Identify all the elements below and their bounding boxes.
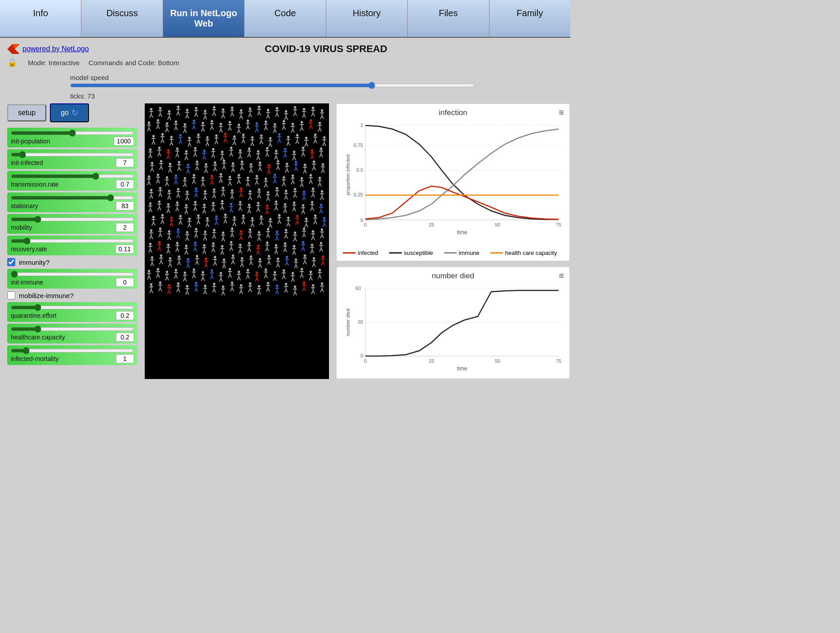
number-died-chart: number died ≡ 0 30 60 0 25 bbox=[336, 267, 570, 379]
slider-stationary: stationary 83 bbox=[7, 192, 138, 212]
go-button[interactable]: go ↻ bbox=[50, 103, 89, 122]
susceptible-line bbox=[389, 252, 402, 254]
svg-text:75: 75 bbox=[556, 222, 561, 227]
svg-text:1: 1 bbox=[360, 122, 363, 128]
tab-info[interactable]: Info bbox=[0, 0, 81, 37]
tab-files[interactable]: Files bbox=[408, 0, 489, 37]
svg-point-7 bbox=[146, 103, 148, 106]
svg-line-6 bbox=[147, 111, 149, 114]
mode-label: Mode: Interactive bbox=[28, 59, 80, 67]
slider-init-population: init-population 1000 bbox=[7, 128, 138, 147]
svg-text:25: 25 bbox=[429, 222, 434, 227]
go-label: go bbox=[61, 109, 69, 117]
svg-text:60: 60 bbox=[356, 285, 361, 291]
svg-line-15 bbox=[145, 111, 147, 114]
speed-slider[interactable] bbox=[70, 82, 475, 89]
healthcare-capacity-slider[interactable] bbox=[11, 325, 134, 333]
slider-init-immune: init-immune 0 bbox=[7, 269, 138, 289]
immune-line bbox=[444, 252, 457, 254]
simulation-canvas bbox=[145, 103, 329, 379]
quarantine-effort-slider[interactable] bbox=[11, 304, 134, 311]
init-infected-slider[interactable] bbox=[11, 151, 134, 158]
speed-label: model speed bbox=[70, 74, 563, 81]
netlogo-icon bbox=[7, 44, 20, 54]
svg-text:30: 30 bbox=[358, 319, 363, 325]
tab-family[interactable]: Family bbox=[489, 0, 570, 37]
svg-text:0: 0 bbox=[360, 218, 363, 223]
svg-text:50: 50 bbox=[495, 358, 500, 364]
ticks-label: ticks: 73 bbox=[7, 92, 563, 100]
svg-line-5 bbox=[145, 111, 147, 114]
svg-text:number died: number died bbox=[345, 308, 351, 336]
tab-code[interactable]: Code bbox=[244, 0, 326, 37]
slider-recovery-rate: recovery.rate 0.11 bbox=[7, 236, 138, 255]
svg-point-12 bbox=[146, 103, 148, 106]
transmission-rate-slider[interactable] bbox=[11, 173, 134, 180]
svg-line-11 bbox=[147, 111, 149, 114]
legend-susceptible: susceptible bbox=[389, 250, 433, 256]
netlogo-link[interactable]: powered by NetLogo bbox=[7, 44, 89, 54]
died-chart-title: number died bbox=[343, 272, 563, 281]
page-title: COVID-19 VIRUS SPREAD bbox=[89, 43, 563, 55]
mobilize-label: mobilize-immune? bbox=[19, 292, 74, 299]
go-spinner-icon: ↻ bbox=[71, 108, 78, 118]
slider-init-infected: init-infected 7 bbox=[7, 149, 138, 169]
svg-text:time: time bbox=[457, 366, 467, 372]
slider-transmission-rate: transmission.rate 0.7 bbox=[7, 171, 138, 191]
recovery-rate-slider[interactable] bbox=[11, 237, 134, 245]
svg-line-16 bbox=[147, 111, 149, 114]
init-immune-slider[interactable] bbox=[11, 271, 134, 278]
infection-chart-svg: 0 0.25 0.5 0.75 1 0 25 50 75 time propor… bbox=[343, 121, 563, 247]
svg-text:50: 50 bbox=[495, 222, 500, 227]
slider-mobility: mobility 2 bbox=[7, 214, 138, 234]
slider-healthcare-capacity: healthcare.capacity 0.2 bbox=[7, 324, 138, 343]
mobilize-checkbox-row: mobilize-immune? bbox=[7, 291, 138, 299]
legend-immune: immune bbox=[444, 250, 480, 256]
svg-text:0: 0 bbox=[364, 358, 367, 364]
tab-run-netlogo-web[interactable]: Run in NetLogo Web bbox=[163, 0, 244, 37]
commands-label: Commands and Code: Bottom bbox=[89, 59, 179, 67]
legend-healthcare-capacity: health care capacity bbox=[490, 250, 557, 256]
svg-text:0.75: 0.75 bbox=[354, 143, 363, 148]
slider-infected-mortality: infected-mortality 1 bbox=[7, 345, 138, 365]
netlogo-text: powered by NetLogo bbox=[22, 45, 89, 53]
init-population-slider[interactable] bbox=[11, 129, 134, 137]
svg-point-2 bbox=[146, 103, 148, 106]
svg-text:0: 0 bbox=[364, 222, 367, 227]
infection-chart-title: infection bbox=[343, 108, 563, 117]
infected-line bbox=[343, 252, 356, 254]
simulation-svg bbox=[145, 103, 329, 379]
mobilize-checkbox[interactable] bbox=[7, 291, 15, 299]
slider-quarantine-effort: quarantine.effort 0.2 bbox=[7, 302, 138, 322]
svg-text:0.25: 0.25 bbox=[354, 192, 363, 197]
lock-icon: 🔒 bbox=[7, 58, 17, 67]
died-chart-menu[interactable]: ≡ bbox=[559, 271, 564, 281]
infected-mortality-slider[interactable] bbox=[11, 347, 134, 354]
setup-button[interactable]: setup bbox=[7, 104, 46, 121]
nav-tabs: Info Discuss Run in NetLogo Web Code His… bbox=[0, 0, 570, 38]
immunity-label: immunity? bbox=[19, 259, 49, 266]
svg-text:25: 25 bbox=[429, 358, 434, 364]
healthcare-line bbox=[490, 252, 503, 254]
mobility-slider[interactable] bbox=[11, 216, 134, 223]
left-controls: setup go ↻ init-population 1000 init-inf… bbox=[7, 103, 138, 379]
svg-text:75: 75 bbox=[556, 358, 561, 364]
svg-line-10 bbox=[145, 111, 147, 114]
mode-row: 🔒 Mode: Interactive Commands and Code: B… bbox=[7, 58, 563, 67]
infection-chart: infection ≡ 0 0.25 0.5 0.75 bbox=[336, 103, 570, 261]
infection-legend: infected susceptible immune health care … bbox=[343, 250, 563, 256]
right-charts: infection ≡ 0 0.25 0.5 0.75 bbox=[336, 103, 570, 379]
died-chart-svg: 0 30 60 0 25 50 75 time number died bbox=[343, 284, 563, 374]
btn-row: setup go ↻ bbox=[7, 103, 138, 122]
legend-infected: infected bbox=[343, 250, 378, 256]
svg-text:0: 0 bbox=[360, 353, 363, 358]
immunity-checkbox-row: immunity? bbox=[7, 258, 138, 266]
tab-discuss[interactable]: Discuss bbox=[81, 0, 163, 37]
immunity-checkbox[interactable] bbox=[7, 258, 15, 266]
infection-chart-menu[interactable]: ≡ bbox=[559, 107, 564, 118]
stationary-slider[interactable] bbox=[11, 194, 134, 201]
svg-text:0.5: 0.5 bbox=[356, 167, 363, 173]
svg-text:proportion infected: proportion infected bbox=[345, 154, 351, 195]
tab-history[interactable]: History bbox=[326, 0, 408, 37]
speed-section: model speed bbox=[7, 74, 563, 89]
